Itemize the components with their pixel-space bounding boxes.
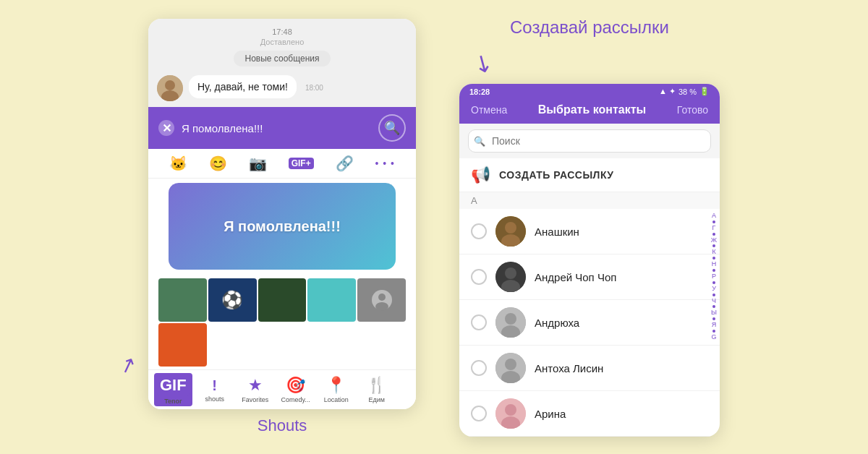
message-time: 17:48: [148, 25, 416, 38]
favorites-tab-icon: ★: [248, 376, 263, 395]
alpha-r[interactable]: Р: [712, 273, 716, 280]
svg-point-5: [375, 302, 388, 311]
sticker-thumb-5[interactable]: [357, 278, 406, 322]
sticker-thumb-3[interactable]: [258, 278, 307, 322]
more-icon[interactable]: • • •: [375, 158, 395, 169]
tab-edim[interactable]: 🍴 Едим: [359, 376, 395, 403]
typed-text: Я помолвлена!!!: [182, 122, 371, 134]
contact-checkbox-3[interactable]: [471, 314, 487, 330]
link-icon[interactable]: 🔗: [336, 155, 354, 172]
contact-row-anashkin[interactable]: Анашкин: [459, 209, 720, 254]
arrow-decoration-left: ↗: [116, 351, 140, 380]
contact-row-arina[interactable]: Арина: [459, 391, 720, 437]
alpha-ch[interactable]: Ч: [712, 297, 716, 305]
alpha-G[interactable]: G: [711, 333, 716, 341]
search-button[interactable]: 🔍: [378, 114, 406, 142]
contact-name-3: Андрюха: [535, 317, 579, 329]
tab-shouts[interactable]: ! shouts: [197, 377, 233, 403]
sticker-grid: ⚽: [148, 273, 416, 369]
right-caption: Создавай рассылки: [510, 17, 669, 38]
contact-avatar-4: [495, 353, 526, 383]
alpha-n[interactable]: Н: [712, 260, 717, 268]
comedy-tab-icon: 🎯: [286, 376, 305, 395]
alpha-ya[interactable]: Я: [712, 321, 717, 329]
close-icon[interactable]: ✕: [158, 120, 174, 136]
contact-avatar-3: [495, 307, 526, 338]
contact-name-5: Арина: [535, 408, 566, 420]
new-messages-divider: Новые сообщения: [148, 51, 416, 67]
svg-point-13: [505, 313, 516, 325]
contact-avatar-5: [495, 398, 526, 429]
alpha-dot-9: [712, 317, 715, 320]
contact-name-2: Андрей Чоп Чоп: [535, 271, 616, 283]
search-input[interactable]: [468, 129, 711, 153]
sticker-thumb-4[interactable]: [307, 278, 356, 322]
alpha-u[interactable]: У: [712, 285, 716, 293]
alpha-g[interactable]: Г: [712, 224, 716, 232]
alpha-dot-1: [712, 220, 715, 223]
sticker-toolbar: 🐱 😊 📷 GIF+ 🔗 • • •: [148, 149, 416, 179]
alpha-a[interactable]: А: [712, 212, 716, 220]
status-icons: ▲ ✦ 38 % 🔋: [659, 87, 710, 96]
picker-title: Выбрать контакты: [538, 103, 646, 116]
tab-comedy-label: Comedy...: [281, 396, 310, 403]
sticker-tab-bar: GIF Tenor ! shouts ★ Favorites 🎯 Comedy.…: [148, 369, 416, 409]
svg-point-19: [505, 404, 516, 416]
gif-icon[interactable]: GIF+: [289, 158, 314, 169]
emoji-icon[interactable]: 😊: [209, 155, 227, 172]
signal-icon: ▲ ✦: [659, 87, 676, 96]
contact-row-andryukha[interactable]: Андрюха: [459, 300, 720, 346]
alpha-dot-2: [712, 233, 715, 236]
contact-checkbox-5[interactable]: [471, 406, 487, 421]
shouts-tab-icon: !: [212, 377, 217, 394]
sender-avatar: [157, 75, 183, 101]
status-time: 18:28: [469, 87, 490, 96]
left-caption: Shouts: [258, 416, 307, 435]
contact-avatar-1: [495, 216, 526, 247]
svg-point-10: [505, 267, 516, 279]
camera-icon[interactable]: 📷: [249, 155, 267, 172]
contact-checkbox-4[interactable]: [471, 360, 487, 376]
delivered-status: Доставлено: [148, 38, 416, 51]
alpha-dot-6: [712, 281, 715, 284]
broadcast-label: СОЗДАТЬ РАССЫЛКУ: [499, 169, 614, 181]
alpha-zh[interactable]: Ж: [711, 236, 717, 244]
incoming-time: 18:00: [305, 84, 323, 92]
compose-bar[interactable]: ✕ Я помолвлена!!! 🔍: [148, 107, 416, 149]
tab-location-label: Location: [324, 396, 349, 403]
tab-tenor-label: Tenor: [164, 398, 182, 405]
tab-favorites[interactable]: ★ Favorites: [237, 376, 273, 403]
contact-checkbox-1[interactable]: [471, 223, 487, 239]
create-broadcast-row[interactable]: 📢 СОЗДАТЬ РАССЫЛКУ: [459, 158, 720, 192]
sticker-preview-card: Я помолвлена!!!: [169, 183, 396, 270]
sticker-thumb-2[interactable]: ⚽: [208, 278, 257, 322]
gif-tab-icon: GIF: [157, 374, 190, 396]
cancel-button[interactable]: Отмена: [471, 104, 507, 116]
location-tab-icon: 📍: [326, 376, 346, 395]
svg-point-1: [165, 80, 175, 90]
sticker-thumb-6[interactable]: [158, 323, 207, 367]
battery-indicator: 38 %: [678, 87, 697, 96]
tab-tenor[interactable]: GIF Tenor: [154, 373, 192, 406]
alpha-y[interactable]: Ы: [711, 309, 717, 317]
broadcast-icon: 📢: [471, 166, 490, 184]
contact-name-4: Антоха Лисин: [535, 362, 603, 374]
svg-point-16: [505, 359, 516, 370]
sticker-preview-text: Я помолвлена!!!: [224, 218, 341, 235]
cat-icon[interactable]: 🐱: [169, 155, 187, 172]
contact-row-andrey[interactable]: Андрей Чоп Чоп: [459, 254, 720, 300]
tab-location[interactable]: 📍 Location: [318, 376, 354, 403]
alpha-dot-10: [712, 330, 715, 333]
contact-row-antokha[interactable]: Антоха Лисин: [459, 346, 720, 391]
alpha-k[interactable]: К: [712, 248, 715, 256]
search-area: [459, 124, 720, 158]
alpha-dot-4: [712, 257, 715, 260]
battery-icon: 🔋: [699, 87, 710, 96]
contact-checkbox-2[interactable]: [471, 269, 487, 285]
tab-comedy[interactable]: 🎯 Comedy...: [278, 376, 314, 403]
sticker-thumb-1[interactable]: [158, 278, 207, 322]
done-button[interactable]: Готово: [677, 104, 708, 116]
left-section: ↗ 17:48 Доставлено Новые сообщения: [148, 19, 416, 435]
search-wrap: [468, 129, 711, 153]
alpha-dot-8: [712, 305, 715, 308]
